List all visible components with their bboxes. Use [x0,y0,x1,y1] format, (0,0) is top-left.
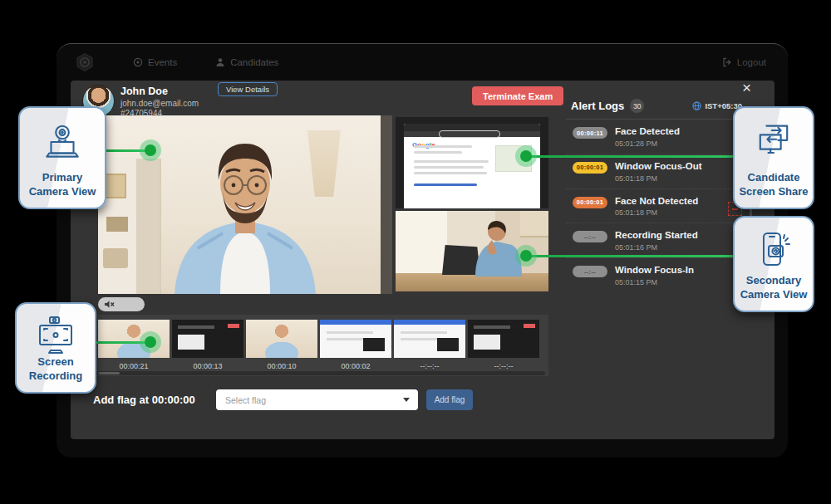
candidate-info: John Doe john.doe@email.com #24705944 [120,86,199,120]
screen-share-icon [751,120,796,164]
alert-title-text: Window Focus-In [615,265,694,276]
callout-secondary-camera: Secondary Camera View [733,216,814,312]
alert-logs-panel: Alert Logs 30 IST+05:30 00:00:11 Face De… [561,81,754,439]
alert-time-text: 05:01:15 PM [615,278,694,286]
alert-title-text: Recording Started [615,230,698,242]
candidate-email: john.doe@email.com [120,99,199,110]
callout-label: Screen Recording [17,355,95,384]
add-flag-label: Add flag at 00:00:00 [93,394,195,406]
alert-log-row-face-detected[interactable]: 00:00:11 Face Detected 05:01:28 PM [566,120,747,154]
search-box [439,130,500,138]
connector-dot-recording [140,331,161,353]
thumbnail-app-frame [468,320,539,358]
top-nav: Events Candidates Logout [57,44,788,81]
callout-label: Candidate Screen Share [735,171,813,199]
alert-time-text: 05:01:28 PM [615,139,680,148]
chevron-down-icon [403,398,410,402]
timeline-thumbnail-6[interactable]: --:--:-- [468,320,539,370]
connector-secondary-camera [526,255,734,257]
events-icon [133,57,143,67]
duration-badge: 00:00:01 [573,162,607,174]
alert-log-row-face-not-detected[interactable]: 00:00:01 Face Not Detected 05:01:18 PM [566,189,747,224]
connector-screen-share [526,155,734,158]
duration-badge: 00:00:11 [573,127,607,139]
thumbnail-timestamp: 00:00:21 [119,362,148,370]
duration-badge: --:-- [573,266,607,277]
timeline-thumbnails: 00:00:21 00:00:13 00:00:10 00:00:02 [98,320,539,370]
alert-title-text: Face Detected [615,126,680,138]
globe-icon [692,101,701,110]
thumbnail-timestamp: 00:00:13 [193,362,222,370]
alert-time-text: 05:01:18 PM [615,174,702,183]
app-logo-icon [75,52,95,72]
thumbnail-timestamp: 00:00:10 [267,362,296,370]
app-window: Events Candidates Logout John Doe john.d… [57,43,788,458]
timeline-scrollbar[interactable] [96,371,545,375]
flag-select-placeholder: Select flag [225,395,266,405]
alert-time-text: 05:01:18 PM [615,208,698,217]
proctoring-dashboard: Events Candidates Logout John Doe john.d… [0,0,831,504]
nav-item-candidates[interactable]: Candidates [215,57,278,67]
alert-logs-title: Alert Logs [571,100,624,112]
nav-events-label: Events [148,57,177,67]
candidate-side-view [464,215,525,276]
muted-speaker-icon [104,300,115,309]
duration-badge: --:-- [573,231,607,242]
thumbnail-browser-frame [394,320,465,358]
alert-log-list: 00:00:11 Face Detected 05:01:28 PM 00:00… [566,119,747,292]
callout-label: Primary Camera View [20,171,105,199]
timeline-thumbnail-3[interactable]: 00:00:10 [246,320,317,370]
shared-browser-window: Google [404,124,540,208]
connector-dot-screen-share [515,145,537,167]
thumbnail-app-frame [172,320,243,358]
add-flag-button[interactable]: Add flag [426,389,473,410]
alert-count-badge: 30 [630,99,644,113]
timeline-thumbnail-2[interactable]: 00:00:13 [172,320,243,370]
terminate-exam-button[interactable]: Terminate Exam [472,86,563,105]
webcam-laptop-icon [41,120,84,166]
timeline-thumbnail-4[interactable]: 00:00:02 [320,320,391,370]
logout-button[interactable]: Logout [722,57,766,67]
view-details-button[interactable]: View Details [218,82,278,96]
candidate-name: John Doe [120,86,199,99]
alert-log-row-window-focus-out[interactable]: 00:00:01 Window Focus-Out 05:01:18 PM [566,154,747,189]
recording-timeline: 00:00:21 00:00:13 00:00:10 00:00:02 [95,315,548,376]
alert-log-row-window-focus-in[interactable]: --:-- Window Focus-In 05:01:15 PM [566,258,747,292]
exam-monitor-panel: John Doe john.doe@email.com #24705944 Vi… [71,81,774,439]
alert-logs-header: Alert Logs 30 [571,99,644,113]
callout-screen-recording: Screen Recording [15,302,96,394]
mute-audio-button[interactable] [98,297,145,311]
thumbnail-timestamp: --:--:-- [420,362,440,370]
flag-select-dropdown[interactable]: Select flag [216,389,418,410]
alert-log-row-recording-started[interactable]: --:-- Recording Started 05:01:16 PM [566,223,747,258]
callout-candidate-screen-share: Candidate Screen Share [733,106,814,209]
alert-title-text: Window Focus-Out [615,161,702,173]
callout-label: Secondary Camera View [735,274,813,302]
thumbnail-camera-frame [246,320,317,358]
alert-time-text: 05:01:16 PM [615,243,698,252]
timeline-thumbnail-5[interactable]: --:--:-- [394,320,465,370]
candidates-icon [215,57,225,67]
connector-dot-primary [140,139,161,161]
nav-candidates-label: Candidates [230,57,278,67]
nav-item-events[interactable]: Events [133,57,177,67]
connector-dot-secondary [515,245,537,267]
screen-recording-icon [34,316,77,357]
logout-icon [722,57,732,67]
duration-badge: 00:00:01 [573,197,607,208]
alert-title-text: Face Not Detected [615,196,698,208]
thumbnail-browser-frame [320,320,391,358]
timezone-indicator: IST+05:30 [692,101,742,110]
thumbnail-timestamp: 00:00:02 [341,362,370,370]
logout-label: Logout [737,57,766,67]
thumbnail-timestamp: --:--:-- [494,362,514,370]
callout-primary-camera: Primary Camera View [18,106,106,209]
phone-camera-icon [753,229,794,272]
